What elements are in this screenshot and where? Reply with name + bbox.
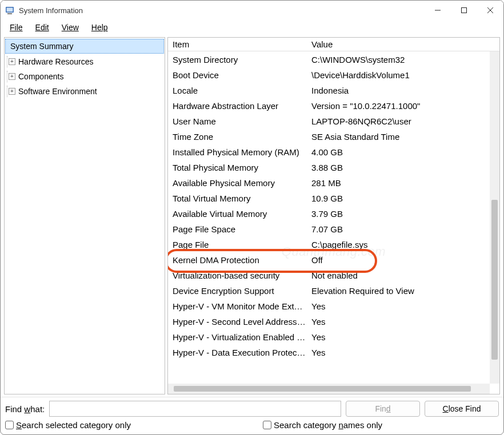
cell-item: Virtualization-based security xyxy=(173,268,311,283)
cell-value: Yes xyxy=(311,345,490,360)
cell-value: 281 MB xyxy=(311,175,490,191)
cell-value: Elevation Required to View xyxy=(311,283,490,299)
cell-item: System Directory xyxy=(173,52,311,67)
menu-view[interactable]: View xyxy=(56,22,85,33)
table-row[interactable]: Hyper-V - Data Execution ProtectionYes xyxy=(168,345,490,360)
scrollbar-thumb[interactable] xyxy=(174,386,471,392)
tree-item-hardware-resources[interactable]: + Hardware Resources xyxy=(5,54,165,69)
cell-value: 3.79 GB xyxy=(311,206,490,221)
main-area: System Summary + Hardware Resources + Co… xyxy=(1,35,503,397)
table-row[interactable]: Virtualization-based securityNot enabled xyxy=(168,268,490,283)
cell-item: Available Physical Memory xyxy=(173,175,311,191)
cell-value: Yes xyxy=(311,299,490,314)
cell-value: Version = "10.0.22471.1000" xyxy=(311,98,490,114)
cell-value: Yes xyxy=(311,314,490,329)
menubar: File Edit View Help xyxy=(1,20,503,35)
table-row[interactable]: Kernel DMA ProtectionOff xyxy=(168,252,490,268)
table-row[interactable]: Time ZoneSE Asia Standard Time xyxy=(168,129,490,144)
table-row[interactable]: Hyper-V - VM Monitor Mode ExtensionsYes xyxy=(168,299,490,314)
cell-item: Time Zone xyxy=(173,129,311,144)
cell-value: C:\pagefile.sys xyxy=(311,237,490,252)
details-pane: Item Value System DirectoryC:\WINDOWS\sy… xyxy=(167,37,500,394)
tree-item-label: Hardware Resources xyxy=(18,55,94,68)
cell-item: Installed Physical Memory (RAM) xyxy=(173,144,311,160)
horizontal-scrollbar[interactable] xyxy=(168,384,490,394)
table-row[interactable]: Hyper-V - Virtualization Enabled in Firm… xyxy=(168,329,490,345)
find-label: Find what: xyxy=(5,404,45,414)
cell-item: User Name xyxy=(173,114,311,129)
tree-item-label: Components xyxy=(18,70,63,83)
checkbox-box[interactable] xyxy=(5,421,14,429)
svg-rect-1 xyxy=(7,8,13,12)
tree-item-components[interactable]: + Components xyxy=(5,69,165,84)
column-header-item[interactable]: Item xyxy=(173,39,311,49)
tree-root-system-summary[interactable]: System Summary xyxy=(5,39,164,54)
cell-value: 10.9 GB xyxy=(311,191,490,206)
cell-item: Hyper-V - Second Level Address Translati… xyxy=(173,314,311,329)
tree-item-software-environment[interactable]: + Software Environment xyxy=(5,84,165,99)
table-row[interactable]: Total Virtual Memory10.9 GB xyxy=(168,191,490,206)
cell-item: Hyper-V - VM Monitor Mode Extensions xyxy=(173,299,311,314)
table-row[interactable]: Hardware Abstraction LayerVersion = "10.… xyxy=(168,98,490,114)
table-row[interactable]: Boot Device\Device\HarddiskVolume1 xyxy=(168,67,490,83)
cell-value: 3.88 GB xyxy=(311,160,490,175)
cell-value: 4.00 GB xyxy=(311,144,490,160)
app-icon xyxy=(5,6,14,15)
checkbox-box[interactable] xyxy=(263,421,271,429)
table-row[interactable]: Total Physical Memory3.88 GB xyxy=(168,160,490,175)
cell-item: Boot Device xyxy=(173,67,311,83)
table-row[interactable]: Available Physical Memory281 MB xyxy=(168,175,490,191)
expand-icon[interactable]: + xyxy=(9,58,15,65)
cell-item: Hyper-V - Data Execution Protection xyxy=(173,345,311,360)
cell-value: C:\WINDOWS\system32 xyxy=(311,52,490,67)
table-row[interactable]: User NameLAPTOP-86NQR6C2\user xyxy=(168,114,490,129)
menu-help[interactable]: Help xyxy=(86,22,114,33)
table-row[interactable]: Available Virtual Memory3.79 GB xyxy=(168,206,490,221)
cell-item: Total Physical Memory xyxy=(173,160,311,175)
table-row[interactable]: System DirectoryC:\WINDOWS\system32 xyxy=(168,52,490,67)
cell-value: Off xyxy=(311,252,490,268)
cell-item: Hardware Abstraction Layer xyxy=(173,98,311,114)
close-button[interactable] xyxy=(477,1,503,20)
cell-item: Device Encryption Support xyxy=(173,283,311,299)
cell-value: Indonesia xyxy=(311,83,490,98)
find-button[interactable]: Find xyxy=(346,401,420,417)
table-row[interactable]: Page FileC:\pagefile.sys xyxy=(168,237,490,252)
expand-icon[interactable]: + xyxy=(9,88,15,95)
maximize-button[interactable] xyxy=(451,1,477,20)
svg-rect-2 xyxy=(7,13,12,14)
scrollbar-thumb[interactable] xyxy=(491,200,498,360)
cell-item: Locale xyxy=(173,83,311,98)
table-row[interactable]: Installed Physical Memory (RAM)4.00 GB xyxy=(168,144,490,160)
svg-rect-4 xyxy=(462,8,467,13)
details-body: System DirectoryC:\WINDOWS\system32Boot … xyxy=(168,51,499,394)
cell-value: LAPTOP-86NQR6C2\user xyxy=(311,114,490,129)
cell-item: Page File Space xyxy=(173,221,311,237)
checkbox-search-selected-category[interactable]: Search selected category only xyxy=(5,420,131,430)
table-row[interactable]: Device Encryption SupportElevation Requi… xyxy=(168,283,490,299)
table-row[interactable]: Hyper-V - Second Level Address Translati… xyxy=(168,314,490,329)
vertical-scrollbar[interactable] xyxy=(490,51,499,384)
cell-item: Kernel DMA Protection xyxy=(173,252,311,268)
tree-pane: System Summary + Hardware Resources + Co… xyxy=(4,37,165,394)
find-input[interactable] xyxy=(49,401,341,417)
table-row[interactable]: LocaleIndonesia xyxy=(168,83,490,98)
menu-edit[interactable]: Edit xyxy=(30,22,55,33)
find-bar: Find what: Find Close Find Search select… xyxy=(1,397,503,434)
cell-item: Available Virtual Memory xyxy=(173,206,311,221)
menu-file[interactable]: File xyxy=(4,22,29,33)
details-rows: System DirectoryC:\WINDOWS\system32Boot … xyxy=(168,51,490,360)
cell-value: 7.07 GB xyxy=(311,221,490,237)
minimize-button[interactable] xyxy=(425,1,451,20)
window-title: System Information xyxy=(19,6,83,15)
tree-item-label: Software Environment xyxy=(18,85,97,98)
table-row[interactable]: Page File Space7.07 GB xyxy=(168,221,490,237)
cell-item: Hyper-V - Virtualization Enabled in Firm… xyxy=(173,329,311,345)
expand-icon[interactable]: + xyxy=(9,73,15,80)
cell-value: SE Asia Standard Time xyxy=(311,129,490,144)
close-find-button[interactable]: Close Find xyxy=(425,401,499,417)
checkbox-search-category-names[interactable]: Search category names only xyxy=(263,420,382,430)
cell-value: Yes xyxy=(311,329,490,345)
column-header-value[interactable]: Value xyxy=(311,39,499,49)
titlebar: System Information xyxy=(1,1,503,20)
